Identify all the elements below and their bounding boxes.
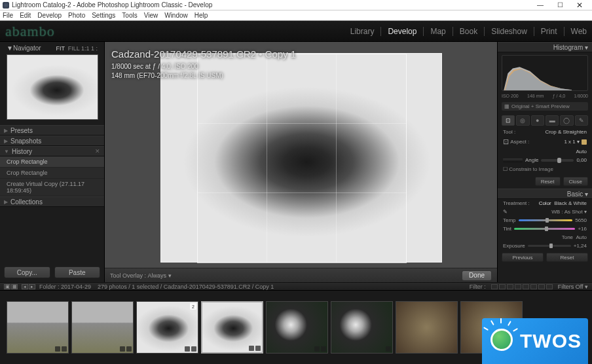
thumb-badge-icon — [249, 346, 254, 351]
basic-panel-header[interactable]: Basic ▾ — [498, 189, 592, 199]
angle-slider[interactable] — [541, 159, 574, 162]
module-web[interactable]: Web — [571, 27, 587, 36]
module-slideshow[interactable]: Slideshow — [491, 27, 527, 36]
redeye-tool-button[interactable]: ● — [531, 115, 544, 126]
history-clear-icon[interactable]: ✕ — [95, 148, 100, 155]
module-print[interactable]: Print — [541, 27, 557, 36]
menu-edit[interactable]: Edit — [20, 12, 31, 19]
filmstrip-thumb[interactable] — [7, 301, 69, 354]
module-book[interactable]: Book — [460, 27, 477, 36]
filmstrip-thumb[interactable]: 2 — [136, 301, 198, 354]
angle-auto[interactable]: Auto — [576, 149, 587, 155]
radial-tool-button[interactable]: ◯ — [560, 115, 573, 126]
filter-flag[interactable] — [546, 284, 553, 289]
paste-button[interactable]: Paste — [54, 266, 101, 278]
menu-file[interactable]: File — [3, 12, 13, 19]
copy-button[interactable]: Copy... — [4, 266, 50, 278]
crop-icon[interactable]: ⊡ — [503, 137, 509, 146]
histogram-shutter: 1/8000 — [574, 94, 588, 98]
history-panel-header[interactable]: ▼History✕ — [0, 146, 104, 156]
snapshots-panel-header[interactable]: ▶Snapshots — [0, 136, 104, 146]
histogram-display[interactable] — [502, 55, 588, 91]
crop-rectangle[interactable] — [197, 54, 407, 263]
gradient-tool-button[interactable]: ▬ — [546, 115, 559, 126]
exposure-value[interactable]: +1,24 — [574, 243, 587, 249]
history-item[interactable]: Crop Rectangle — [0, 168, 104, 179]
crop-gridline — [267, 54, 267, 263]
menu-view[interactable]: View — [144, 12, 158, 19]
filmstrip-thumb[interactable] — [396, 301, 458, 354]
filmstrip-thumb[interactable] — [266, 301, 328, 354]
nav-back-icon[interactable]: ◂ — [22, 284, 28, 289]
thumb-badge-icon — [314, 346, 320, 352]
crop-gridline — [198, 123, 406, 124]
filter-flag[interactable] — [523, 284, 529, 289]
filter-flag[interactable] — [515, 284, 521, 289]
module-develop[interactable]: Develop — [388, 27, 416, 36]
history-item[interactable]: Crop Rectangle — [0, 156, 104, 168]
crop-close-button[interactable]: Close — [563, 177, 588, 186]
straighten-tool-icon[interactable] — [503, 158, 523, 162]
menu-photo[interactable]: Photo — [68, 12, 85, 19]
menu-help[interactable]: Help — [194, 12, 208, 19]
nav-forward-icon[interactable]: ▸ — [29, 284, 35, 289]
image-exposure: 1/8000 sec at ƒ / 4,0, ISO 200 — [111, 62, 296, 71]
history-item[interactable]: Create Virtual Copy (27.11.17 18:59:45) — [0, 179, 104, 196]
nav-zoom-fit[interactable]: FIT — [56, 45, 64, 52]
grid-icon[interactable]: ▦ — [11, 284, 18, 289]
wb-value[interactable]: As Shot ▾ — [564, 209, 587, 215]
tool-overlay-mode[interactable]: Always ▾ — [148, 272, 172, 279]
histogram-panel-header[interactable]: Histogram ▾ — [498, 42, 592, 52]
folder-name[interactable]: 2017-04-29 — [61, 283, 91, 290]
maximize-button[interactable]: ☐ — [550, 1, 570, 10]
crop-overlay[interactable] — [160, 53, 442, 263]
module-map[interactable]: Map — [430, 27, 445, 36]
menu-window[interactable]: Window — [164, 12, 188, 19]
temp-slider[interactable] — [519, 219, 573, 221]
treatment-color[interactable]: Color — [539, 200, 551, 206]
done-button[interactable]: Done — [462, 270, 492, 281]
minimize-button[interactable]: — — [530, 1, 550, 10]
tint-slider[interactable] — [514, 228, 575, 230]
collections-panel-header[interactable]: ▶Collections — [0, 196, 104, 207]
aspect-lock-icon[interactable] — [582, 139, 587, 145]
filter-flag[interactable] — [491, 284, 498, 289]
reset-button[interactable]: Reset — [546, 253, 588, 262]
menu-tools[interactable]: Tools — [122, 12, 137, 19]
tint-value[interactable]: +16 — [578, 226, 587, 232]
crop-reset-button[interactable]: Reset — [535, 177, 561, 186]
menu-develop[interactable]: Develop — [37, 12, 62, 19]
tone-auto[interactable]: Auto — [576, 234, 587, 240]
filmstrip-thumb[interactable] — [331, 301, 393, 354]
exposure-slider[interactable] — [528, 245, 571, 247]
filter-flag[interactable] — [530, 284, 537, 289]
filmstrip-thumb[interactable] — [71, 301, 134, 354]
filmstrip-thumb-selected[interactable] — [201, 301, 263, 354]
presets-panel-header[interactable]: ▶Presets — [0, 125, 104, 136]
brush-tool-button[interactable]: ✎ — [575, 115, 588, 126]
constrain-checkbox[interactable]: ☐ — [503, 166, 508, 172]
crop-tool-button[interactable]: ⊡ — [502, 115, 515, 126]
temp-value[interactable]: 5650 — [575, 217, 587, 223]
filter-flag[interactable] — [507, 284, 513, 289]
treatment-bw[interactable]: Black & White — [554, 200, 587, 206]
navigator-label: Navigator — [13, 45, 41, 52]
aspect-value[interactable]: 1 x 1 ▾ — [564, 139, 580, 145]
navigator-thumbnail[interactable] — [7, 54, 98, 120]
nav-zoom-modes[interactable]: FILL 1:1 1 : — [68, 45, 98, 52]
preview-icon: ▦ — [504, 103, 509, 109]
second-window-icon[interactable]: ▣ — [4, 284, 10, 289]
close-button[interactable]: ✕ — [570, 1, 589, 10]
menu-settings[interactable]: Settings — [92, 12, 115, 19]
filter-flag[interactable] — [538, 284, 545, 289]
previous-button[interactable]: Previous — [502, 253, 544, 262]
wb-picker-icon[interactable]: ✎ — [503, 209, 508, 215]
filters-off[interactable]: Filters Off ▾ — [558, 283, 588, 290]
watermark-overlay: TWOS — [482, 318, 588, 364]
spot-tool-button[interactable]: ◎ — [516, 115, 529, 126]
navigator-disclosure-icon[interactable]: ▼ — [7, 45, 13, 52]
filter-flag[interactable] — [499, 284, 506, 289]
tool-label: Tool : — [503, 129, 515, 135]
module-library[interactable]: Library — [350, 27, 375, 36]
app-icon — [3, 2, 9, 9]
